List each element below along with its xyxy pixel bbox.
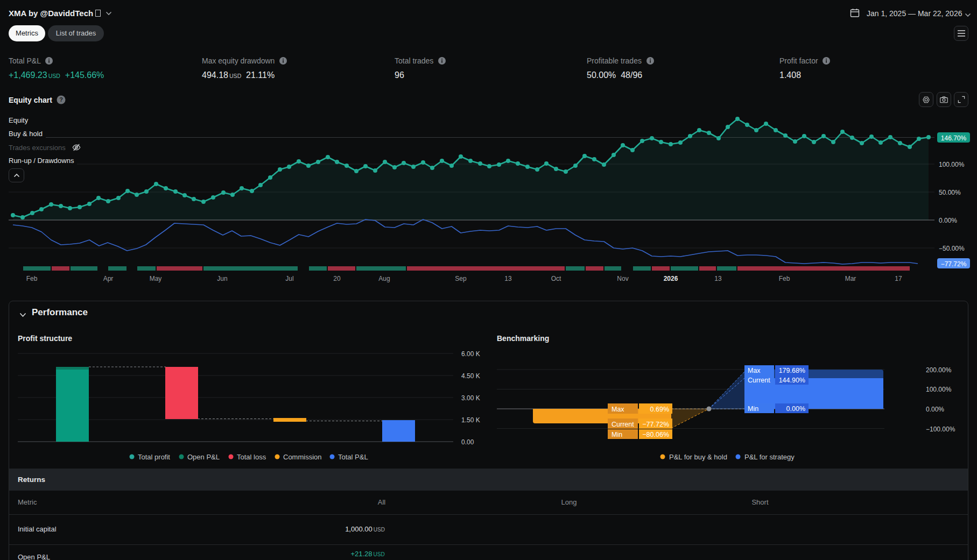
svg-text:−50.00%: −50.00% [939, 245, 965, 252]
svg-text:6.00 K: 6.00 K [461, 350, 480, 358]
svg-text:Feb: Feb [779, 275, 790, 282]
svg-text:Jul: Jul [285, 275, 293, 282]
svg-text:Current: Current [748, 377, 770, 384]
svg-text:Min: Min [611, 431, 622, 438]
svg-text:P&L for buy & hold: P&L for buy & hold [669, 453, 727, 461]
svg-text:20: 20 [333, 275, 341, 282]
svg-text:−77.72%: −77.72% [642, 421, 669, 428]
svg-text:Open P&L: Open P&L [187, 453, 220, 461]
svg-text:May: May [150, 275, 162, 282]
svg-text:−100.00%: −100.00% [926, 426, 955, 433]
svg-text:1.50 K: 1.50 K [461, 416, 480, 424]
svg-text:Total loss: Total loss [237, 453, 266, 461]
svg-text:Commission: Commission [283, 453, 322, 461]
svg-text:Sep: Sep [455, 275, 467, 282]
svg-text:4.50 K: 4.50 K [461, 372, 480, 380]
svg-text:Current: Current [611, 421, 634, 428]
svg-text:−80.06%: −80.06% [642, 431, 669, 438]
svg-text:2026: 2026 [664, 275, 678, 282]
svg-text:13: 13 [714, 275, 722, 282]
svg-text:13: 13 [504, 275, 512, 282]
svg-text:0.00: 0.00 [461, 438, 474, 446]
svg-text:Mar: Mar [845, 275, 856, 282]
svg-text:Nov: Nov [617, 275, 628, 282]
svg-text:17: 17 [895, 275, 902, 282]
svg-text:Feb: Feb [26, 275, 38, 282]
svg-text:100.00%: 100.00% [939, 161, 965, 168]
svg-text:0.00%: 0.00% [939, 217, 957, 224]
svg-text:−77.72%: −77.72% [941, 260, 967, 268]
svg-text:Aug: Aug [378, 275, 390, 282]
svg-text:Min: Min [748, 405, 758, 413]
svg-text:?: ? [59, 96, 63, 103]
svg-text:Total P&L: Total P&L [338, 453, 368, 461]
svg-text:Oct: Oct [551, 275, 561, 282]
svg-text:179.68%: 179.68% [779, 367, 805, 374]
svg-text:0.00%: 0.00% [926, 406, 944, 413]
svg-text:Jun: Jun [217, 275, 227, 282]
svg-text:3.00 K: 3.00 K [461, 394, 480, 402]
svg-text:200.00%: 200.00% [926, 366, 952, 374]
svg-text:P&L for strategy: P&L for strategy [744, 453, 795, 461]
svg-text:Total profit: Total profit [138, 453, 170, 461]
svg-text:100.00%: 100.00% [926, 386, 952, 393]
svg-text:Max: Max [748, 367, 761, 374]
svg-text:0.69%: 0.69% [650, 406, 669, 413]
svg-text:146.70%: 146.70% [941, 134, 967, 142]
svg-text:Apr: Apr [103, 275, 114, 282]
svg-text:144.90%: 144.90% [779, 377, 805, 384]
svg-text:50.00%: 50.00% [939, 189, 961, 196]
svg-text:0.00%: 0.00% [786, 405, 805, 413]
svg-text:Max: Max [611, 406, 624, 413]
